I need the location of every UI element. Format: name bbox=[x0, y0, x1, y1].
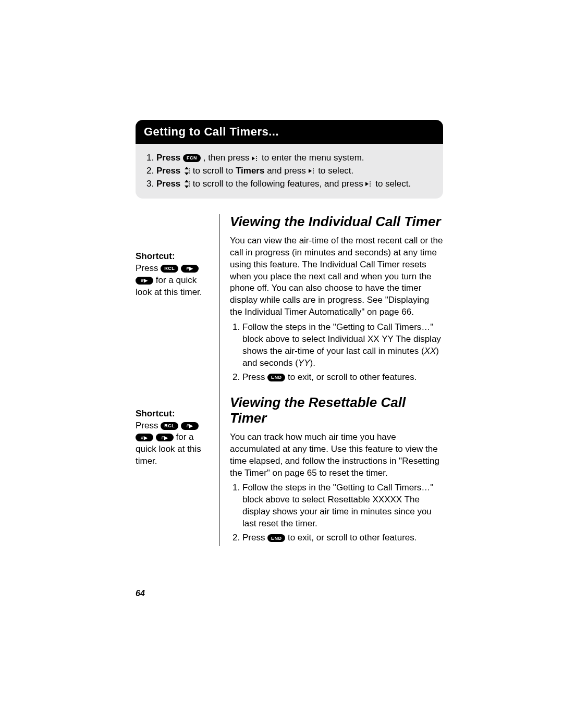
section1-step2: Press END to exit, or scroll to other fe… bbox=[242, 372, 443, 384]
updown-arrow-icon bbox=[183, 167, 190, 175]
hash-key-icon: #▶ bbox=[181, 422, 199, 430]
shortcut-text: Press bbox=[136, 263, 161, 273]
main-column: Viewing the Individual Call Timer You ca… bbox=[219, 214, 443, 546]
section2-step2: Press END to exit, or scroll to other fe… bbox=[242, 532, 443, 544]
sidebar-column: Shortcut: Press RCL #▶ #▶ for a quick lo… bbox=[136, 214, 219, 546]
step-3: Press to scroll to the following feature… bbox=[156, 178, 434, 190]
body-text: Press bbox=[242, 372, 267, 382]
step-press: Press bbox=[156, 153, 183, 163]
step-1: Press FCN , then press to enter the menu… bbox=[156, 152, 434, 164]
step-2: Press to scroll to Timers and press to s… bbox=[156, 165, 434, 177]
hash-key-icon: #▶ bbox=[181, 265, 199, 273]
step-press: Press bbox=[156, 166, 183, 176]
hash-key-icon: #▶ bbox=[156, 434, 174, 441]
section2-step1: Follow the steps in the "Getting to Call… bbox=[242, 482, 443, 530]
var-yy: YY bbox=[298, 358, 310, 368]
manual-page: Getting to Call Timers... Press FCN , th… bbox=[0, 0, 563, 728]
fcn-key-icon: FCN bbox=[183, 154, 201, 162]
updown-arrow-icon bbox=[183, 180, 190, 188]
section-banner: Getting to Call Timers... bbox=[136, 120, 443, 144]
end-key-icon: END bbox=[267, 374, 285, 381]
body-text: ). bbox=[310, 358, 315, 368]
step-text: , then press bbox=[201, 153, 252, 163]
right-arrow-icon bbox=[365, 180, 373, 188]
step-text: to select. bbox=[316, 166, 354, 176]
section-heading-1: Viewing the Individual Call Timer bbox=[230, 214, 443, 230]
shortcut-text: Press bbox=[136, 421, 161, 430]
section-heading-2: Viewing the Resettable Call Timer bbox=[230, 395, 443, 426]
right-arrow-icon bbox=[309, 167, 316, 175]
rcl-key-icon: RCL bbox=[161, 265, 178, 273]
var-xx: XX bbox=[424, 346, 436, 356]
section2-para: You can track how much air time you have… bbox=[230, 431, 443, 479]
body-text: Follow the steps in the "Getting to Call… bbox=[242, 322, 441, 356]
section1-step1: Follow the steps in the "Getting to Call… bbox=[242, 322, 443, 369]
timers-label: Timers bbox=[236, 166, 264, 176]
step-text: to scroll to the following features, and… bbox=[190, 179, 365, 189]
shortcut-2: Shortcut: Press RCL #▶ #▶ #▶ for a quick… bbox=[136, 408, 214, 468]
body-text: Press bbox=[242, 533, 267, 542]
right-arrow-icon bbox=[252, 155, 259, 162]
body-text: to exit, or scroll to other features. bbox=[285, 533, 417, 542]
page-number: 64 bbox=[136, 589, 145, 598]
hash-key-icon: #▶ bbox=[136, 434, 153, 441]
shortcut-1: Shortcut: Press RCL #▶ #▶ for a quick lo… bbox=[136, 251, 214, 299]
shortcut-label: Shortcut: bbox=[136, 251, 175, 261]
hash-key-icon: #▶ bbox=[136, 277, 153, 285]
step-text: to enter the menu system. bbox=[259, 153, 364, 163]
body-text: to exit, or scroll to other features. bbox=[285, 372, 417, 382]
end-key-icon: END bbox=[267, 534, 285, 542]
step-text: to select. bbox=[373, 179, 411, 189]
step-text: to scroll to bbox=[190, 166, 236, 176]
instruction-box: Press FCN , then press to enter the menu… bbox=[136, 144, 443, 199]
rcl-key-icon: RCL bbox=[161, 422, 178, 430]
step-press: Press bbox=[156, 179, 183, 189]
section1-para: You can view the air-time of the most re… bbox=[230, 235, 443, 319]
two-column-layout: Shortcut: Press RCL #▶ #▶ for a quick lo… bbox=[136, 214, 443, 546]
step-text: and press bbox=[264, 166, 308, 176]
shortcut-label: Shortcut: bbox=[136, 409, 175, 418]
